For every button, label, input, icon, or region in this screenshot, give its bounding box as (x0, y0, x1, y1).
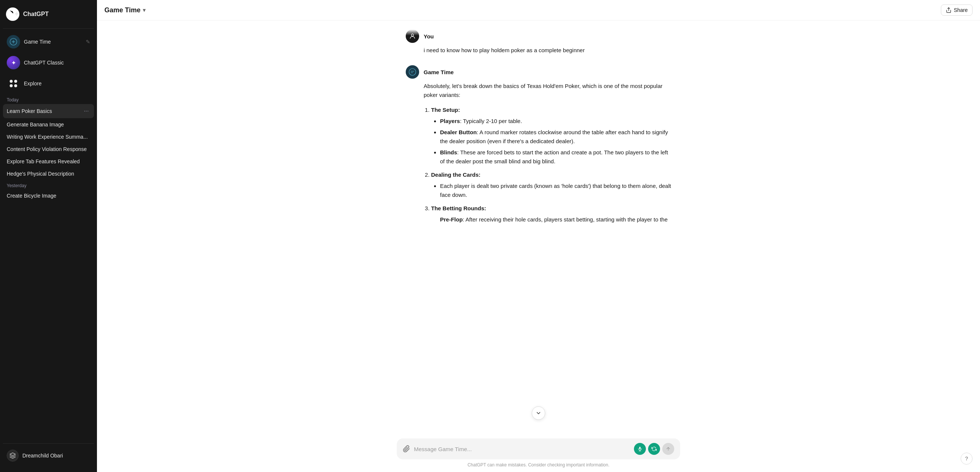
bot-section-3: The Betting Rounds: Pre-Flop: After rece… (431, 204, 671, 224)
sidebar-chat-hedges-label: Hedge's Physical Description (7, 171, 90, 177)
voice-button[interactable] (634, 443, 646, 455)
bot-section-1-bullets: Players: Typically 2-10 per table. Deale… (431, 117, 671, 166)
attach-button[interactable] (403, 445, 410, 453)
sidebar-section-yesterday: Yesterday (3, 180, 94, 190)
bot-section-2-title: Dealing the Cards: (431, 172, 480, 178)
input-container (397, 439, 680, 459)
sidebar-item-chatgpt-classic-label: ChatGPT Classic (24, 60, 64, 66)
microphone-icon (637, 446, 643, 451)
bullet-dealer-button: Dealer Button: A round marker rotates cl… (440, 128, 671, 146)
topbar-title-button[interactable]: Game Time ▾ (104, 6, 145, 14)
chat-menu: ··· (83, 107, 90, 115)
sidebar-item-explore[interactable]: Explore (3, 73, 94, 94)
bot-section-3-title: The Betting Rounds: (431, 205, 486, 211)
explore-nav-icon (7, 77, 20, 90)
user-name: Dreamchild Obari (22, 453, 63, 459)
bot-section-3-bullets: Pre-Flop: After receiving their hole car… (431, 215, 671, 224)
share-button-label: Share (954, 7, 968, 13)
sidebar-bottom-divider (3, 443, 94, 444)
bullet-pre-flop: Pre-Flop: After receiving their hole car… (440, 215, 671, 224)
user-message-header: You (406, 29, 671, 43)
refresh-icon (651, 446, 657, 451)
share-button[interactable]: Share (941, 5, 972, 16)
sidebar-chat-writing-work-label: Writing Work Experience Summa... (7, 134, 90, 140)
sidebar-chat-explore-tab-label: Explore Tab Features Revealed (7, 159, 90, 164)
bot-section-1-title: The Setup: (431, 106, 460, 113)
help-button[interactable]: ? (961, 453, 972, 464)
sidebar-chat-explore-tab[interactable]: Explore Tab Features Revealed (3, 156, 94, 167)
bot-message-header: Game Time (406, 65, 671, 79)
input-area: ChatGPT can make mistakes. Consider chec… (97, 432, 980, 472)
bot-message-1: Game Time Absolutely, let's break down t… (406, 65, 671, 224)
user-avatar-msg (406, 29, 419, 43)
topbar: Game Time ▾ Share (97, 0, 980, 21)
send-icon (666, 446, 671, 451)
disclaimer-text: ChatGPT can make mistakes. Consider chec… (397, 459, 680, 469)
share-icon (946, 7, 952, 13)
sidebar-chat-content-policy[interactable]: Content Policy Violation Response (3, 143, 94, 155)
sidebar-bottom: Dreamchild Obari (3, 439, 94, 467)
sidebar-divider (3, 28, 94, 29)
bot-avatar-msg (406, 65, 419, 79)
user-row[interactable]: Dreamchild Obari (3, 447, 94, 464)
sidebar-item-game-time[interactable]: Game Time ✎ (3, 32, 94, 52)
sidebar-chat-learn-poker[interactable]: Learn Poker Basics ··· (3, 104, 94, 118)
chat-container: You i need to know how to play holdem po… (397, 29, 680, 224)
rotate-button[interactable] (648, 443, 660, 455)
user-message-1: You i need to know how to play holdem po… (406, 29, 671, 55)
chatgpt-logo: ✦ (6, 8, 19, 21)
sidebar: ✦ ChatGPT Game Time ✎ ✦ ChatGPT Classic … (0, 0, 97, 472)
sidebar-chat-generate-banana-label: Generate Banana Image (7, 122, 90, 127)
chevron-down-icon (536, 410, 541, 416)
bot-intro-text: Absolutely, let's break down the basics … (424, 82, 671, 100)
send-button[interactable] (662, 443, 674, 455)
chat-area[interactable]: You i need to know how to play holdem po… (97, 21, 980, 432)
bullet-hole-cards: Each player is dealt two private cards (… (440, 181, 671, 199)
user-message-content: i need to know how to play holdem poker … (406, 46, 671, 55)
chatgpt-classic-nav-icon: ✦ (7, 56, 20, 69)
svg-point-2 (409, 68, 416, 75)
sidebar-logo-text: ChatGPT (23, 11, 48, 17)
topbar-title-text: Game Time (104, 6, 141, 14)
sidebar-chat-hedges[interactable]: Hedge's Physical Description (3, 168, 94, 180)
input-right-controls (634, 443, 674, 455)
chat-menu-button[interactable]: ··· (83, 107, 90, 115)
bot-message-content: Absolutely, let's break down the basics … (406, 82, 671, 224)
edit-icon[interactable]: ✎ (86, 39, 90, 45)
sidebar-chat-bicycle[interactable]: Create Bicycle Image (3, 190, 94, 202)
scroll-down-button[interactable] (532, 406, 545, 420)
sidebar-chat-learn-poker-label: Learn Poker Basics (7, 108, 83, 114)
sidebar-item-explore-label: Explore (24, 81, 41, 86)
bot-sender-label: Game Time (424, 69, 454, 75)
bot-sections-list: The Setup: Players: Typically 2-10 per t… (424, 105, 671, 224)
bullet-players: Players: Typically 2-10 per table. (440, 117, 671, 126)
topbar-chevron-icon: ▾ (143, 7, 145, 13)
user-avatar (7, 450, 19, 462)
sidebar-chat-generate-banana[interactable]: Generate Banana Image (3, 119, 94, 130)
paperclip-icon (403, 445, 410, 453)
sidebar-logo-row[interactable]: ✦ ChatGPT (3, 5, 94, 27)
message-input[interactable] (414, 446, 630, 452)
sidebar-chat-bicycle-label: Create Bicycle Image (7, 193, 90, 199)
main-content: Game Time ▾ Share (97, 0, 980, 472)
sidebar-item-chatgpt-classic[interactable]: ✦ ChatGPT Classic (3, 52, 94, 73)
bullet-blinds: Blinds: These are forced bets to start t… (440, 148, 671, 166)
user-sender-label: You (424, 33, 434, 40)
svg-point-1 (411, 34, 414, 36)
bot-section-2: Dealing the Cards: Each player is dealt … (431, 170, 671, 199)
game-time-nav-icon (7, 35, 20, 48)
sidebar-section-today: Today (3, 94, 94, 104)
sidebar-item-game-time-label: Game Time (24, 39, 51, 45)
bot-section-2-bullets: Each player is dealt two private cards (… (431, 181, 671, 199)
sidebar-chat-content-policy-label: Content Policy Violation Response (7, 146, 90, 152)
bot-section-1: The Setup: Players: Typically 2-10 per t… (431, 105, 671, 166)
sidebar-chat-writing-work[interactable]: Writing Work Experience Summa... (3, 131, 94, 143)
